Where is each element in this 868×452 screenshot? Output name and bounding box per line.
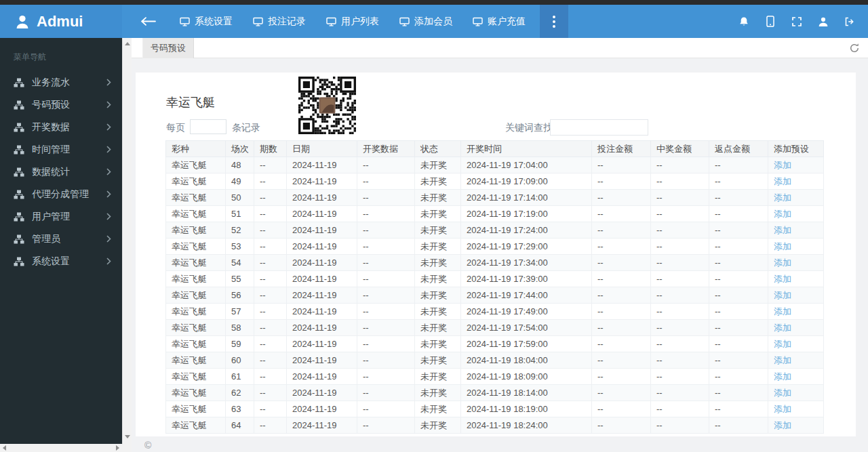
sidebar-item-number-preset[interactable]: 号码预设	[0, 94, 122, 116]
scroll-left-icon[interactable]	[3, 445, 6, 451]
sidebar-item-admin[interactable]: 管理员	[0, 228, 122, 250]
cell-add-preset: 添加	[768, 157, 824, 173]
cell-add-preset: 添加	[768, 385, 824, 401]
add-preset-link[interactable]: 添加	[774, 209, 791, 219]
col-header-period: 期数	[254, 141, 287, 157]
cell-session: 52	[226, 222, 254, 239]
cell-bet-amount: --	[592, 304, 651, 320]
cell-rebate-amount: --	[709, 173, 768, 190]
sidebar-horizontal-scrollbar[interactable]	[0, 444, 122, 452]
user-button[interactable]	[810, 5, 836, 38]
col-header-session: 场次	[226, 141, 254, 157]
table-row: 幸运飞艇57--2024-11-19--未开奖2024-11-19 17:49:…	[166, 304, 824, 320]
cell-status: 未开奖	[415, 369, 461, 385]
scroll-up-icon[interactable]	[125, 42, 130, 45]
cell-lottery: 幸运飞艇	[166, 336, 226, 352]
more-menu-button[interactable]	[540, 5, 568, 38]
cell-rebate-amount: --	[709, 271, 768, 287]
cell-draw-data: --	[357, 222, 415, 239]
table-header-row: 彩种场次期数日期开奖数据状态开奖时间投注金额中奖金额返点金额添加预设	[166, 141, 824, 157]
add-preset-link[interactable]: 添加	[774, 176, 791, 186]
cell-bet-amount: --	[592, 157, 651, 173]
sidebar-item-label: 代理分成管理	[32, 188, 106, 201]
cell-status: 未开奖	[415, 206, 461, 222]
app-logo[interactable]: Admui	[0, 5, 122, 38]
keyword-search-input[interactable]	[550, 119, 648, 136]
cell-status: 未开奖	[415, 304, 461, 320]
sidebar-item-user-management[interactable]: 用户管理	[0, 205, 122, 228]
add-preset-link[interactable]: 添加	[774, 306, 791, 316]
sidebar-vertical-scrollbar[interactable]	[122, 38, 132, 444]
nav-item-label: 投注记录	[268, 16, 306, 28]
sidebar-item-system-settings[interactable]: 系统设置	[0, 250, 122, 272]
cell-win-amount: --	[651, 173, 709, 190]
sidebar-toggle-button[interactable]	[140, 5, 157, 38]
add-preset-link[interactable]: 添加	[774, 160, 791, 170]
table-row: 幸运飞艇50--2024-11-19--未开奖2024-11-19 17:14:…	[166, 190, 824, 206]
add-preset-link[interactable]: 添加	[774, 274, 791, 284]
per-page-label: 每页	[166, 122, 185, 134]
cell-date: 2024-11-19	[287, 287, 357, 304]
add-preset-link[interactable]: 添加	[774, 192, 791, 203]
add-preset-link[interactable]: 添加	[774, 290, 791, 300]
add-preset-link[interactable]: 添加	[774, 241, 791, 251]
monitor-icon	[399, 17, 410, 26]
cell-add-preset: 添加	[768, 352, 824, 369]
nav-item-system-settings[interactable]: 系统设置	[170, 5, 243, 38]
cell-draw-time: 2024-11-19 17:14:00	[461, 190, 592, 206]
content-body: 幸运飞艇 每页 条记录 关键词查找: 彩种场次期数日期开奖数据状态开奖时间投注金…	[132, 58, 868, 452]
kebab-menu-icon	[553, 16, 555, 18]
mobile-button[interactable]	[757, 5, 783, 38]
sidebar-item-draw-data[interactable]: 开奖数据	[0, 116, 122, 138]
cell-draw-data: --	[357, 320, 415, 336]
add-preset-link[interactable]: 添加	[774, 371, 791, 382]
cell-period: --	[254, 239, 287, 255]
table-row: 幸运飞艇60--2024-11-19--未开奖2024-11-19 18:04:…	[166, 352, 824, 369]
sidebar-item-agent-commission[interactable]: 代理分成管理	[0, 183, 122, 205]
logout-button[interactable]	[836, 5, 863, 38]
add-preset-link[interactable]: 添加	[774, 420, 791, 430]
nav-item-account-recharge[interactable]: 账户充值	[462, 5, 536, 38]
nav-item-bet-records[interactable]: 投注记录	[243, 5, 316, 38]
qr-code-image	[298, 77, 356, 134]
cell-draw-data: --	[357, 190, 415, 206]
cell-period: --	[254, 336, 287, 352]
tab-number-preset[interactable]: 号码预设	[142, 38, 194, 58]
add-preset-link[interactable]: 添加	[774, 258, 791, 268]
col-header-draw-time: 开奖时间	[461, 141, 592, 157]
fullscreen-button[interactable]	[783, 5, 810, 38]
nav-item-user-list[interactable]: 用户列表	[316, 5, 389, 38]
monitor-icon	[180, 17, 190, 26]
cell-rebate-amount: --	[709, 352, 768, 369]
nav-item-label: 添加会员	[414, 16, 452, 28]
add-preset-link[interactable]: 添加	[774, 323, 791, 333]
per-page-input[interactable]	[190, 119, 226, 134]
add-preset-link[interactable]: 添加	[774, 339, 791, 349]
cell-bet-amount: --	[592, 255, 651, 271]
cell-win-amount: --	[651, 157, 709, 173]
cell-draw-time: 2024-11-19 17:29:00	[461, 239, 592, 255]
cell-rebate-amount: --	[709, 190, 768, 206]
cell-lottery: 幸运飞艇	[166, 190, 226, 206]
fullscreen-icon	[791, 16, 802, 27]
add-preset-link[interactable]: 添加	[774, 355, 791, 365]
cell-draw-time: 2024-11-19 17:59:00	[461, 336, 592, 352]
main-content: 号码预设 幸运飞艇 每页 条记录 关键词查找: 彩种场次期数日期开奖数据状态开奖…	[132, 38, 868, 452]
cell-draw-time: 2024-11-19 17:09:00	[461, 173, 592, 190]
col-header-date: 日期	[287, 141, 357, 157]
refresh-button[interactable]	[849, 43, 860, 54]
nav-item-add-member[interactable]: 添加会员	[389, 5, 462, 38]
cell-win-amount: --	[651, 271, 709, 287]
scroll-down-icon[interactable]	[125, 435, 130, 438]
keyword-search-label: 关键词查找:	[505, 122, 555, 134]
add-preset-link[interactable]: 添加	[774, 225, 791, 235]
bell-button[interactable]	[730, 5, 757, 38]
chevron-right-icon	[106, 123, 111, 131]
sidebar-item-time-management[interactable]: 时间管理	[0, 138, 122, 161]
add-preset-link[interactable]: 添加	[774, 388, 791, 398]
add-preset-link[interactable]: 添加	[774, 404, 791, 414]
scroll-right-icon[interactable]	[116, 445, 119, 451]
sidebar-item-business-flow[interactable]: 业务流水	[0, 71, 122, 94]
cell-win-amount: --	[651, 255, 709, 271]
sidebar-item-data-statistics[interactable]: 数据统计	[0, 161, 122, 183]
